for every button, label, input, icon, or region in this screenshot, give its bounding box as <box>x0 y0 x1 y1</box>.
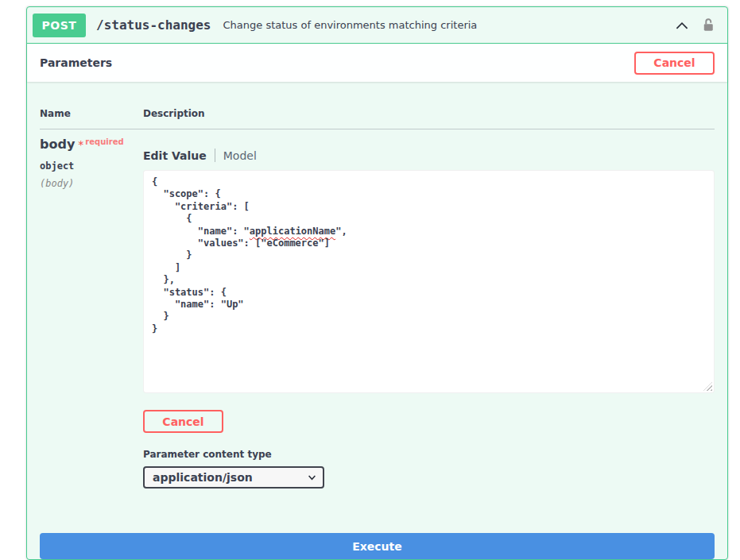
resize-handle-icon[interactable] <box>703 382 712 391</box>
operation-panel: POST /status-changes Change status of en… <box>26 6 728 560</box>
tab-edit-value[interactable]: Edit Value <box>143 149 207 162</box>
execute-row: Execute <box>40 533 715 559</box>
method-badge: POST <box>33 14 86 37</box>
auth-lock-button[interactable] <box>701 17 715 33</box>
body-editor-text: { "scope": { "criteria": [ { "name": "ap… <box>152 176 347 334</box>
name-column-header: Name <box>40 108 143 119</box>
tab-divider <box>215 149 215 162</box>
parameter-type: object <box>40 160 143 172</box>
required-asterisk: * <box>78 138 83 151</box>
unlocked-padlock-icon <box>701 17 715 33</box>
collapse-button[interactable] <box>673 17 691 34</box>
execute-button[interactable]: Execute <box>40 533 715 559</box>
endpoint-summary: Change status of environments matching c… <box>223 19 478 31</box>
parameters-section-header: Parameters Cancel <box>27 44 727 82</box>
description-column-header: Description <box>143 108 715 119</box>
operation-summary[interactable]: POST /status-changes Change status of en… <box>27 7 727 44</box>
tab-model[interactable]: Model <box>223 149 257 162</box>
chevron-up-icon <box>673 17 691 34</box>
endpoint-path: /status-changes <box>96 17 211 33</box>
parameter-name: body <box>40 137 75 152</box>
parameters-table: Name Description body*required object (b… <box>27 82 727 489</box>
parameter-in: (body) <box>40 178 143 189</box>
parameters-title: Parameters <box>40 56 112 69</box>
content-type-label: Parameter content type <box>143 449 715 460</box>
cancel-edit-button[interactable]: Cancel <box>143 410 223 433</box>
content-type-select[interactable]: application/json <box>143 466 324 489</box>
value-tabs: Edit Value Model <box>143 149 715 162</box>
required-label: required <box>85 137 123 146</box>
body-editor[interactable]: { "scope": { "criteria": [ { "name": "ap… <box>143 170 715 393</box>
table-header-row: Name Description <box>40 82 715 129</box>
cancel-operation-button[interactable]: Cancel <box>634 52 715 75</box>
body-parameter-row: body*required object (body) Edit Value M… <box>40 129 715 489</box>
